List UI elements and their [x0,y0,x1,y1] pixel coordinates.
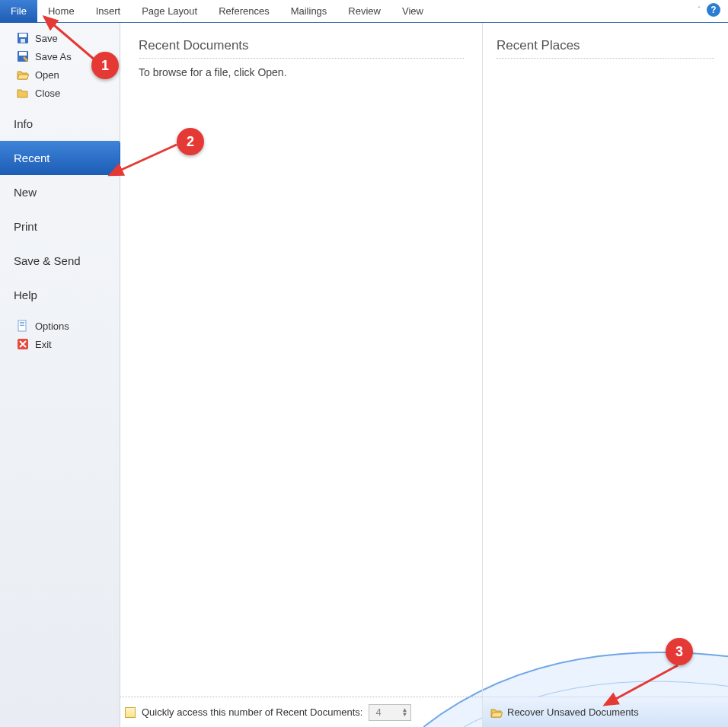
svg-rect-1 [19,33,27,37]
close-file-icon [17,87,29,99]
sidebar-print[interactable]: Print [0,209,120,244]
tab-home[interactable]: Home [37,0,85,23]
sidebar-new[interactable]: New [0,175,120,209]
sidebar-label: Save As [35,51,72,62]
quick-access-spinner[interactable]: 4 ▲▼ [369,704,411,721]
svg-rect-7 [20,324,24,324]
tab-review[interactable]: Review [337,0,391,23]
save-icon [17,32,29,44]
tab-insert[interactable]: Insert [85,0,132,23]
backstage-view: Save Save As Open Close Info [0,23,728,727]
annotation-bubble-2: 2 [177,128,204,155]
save-as-icon [17,50,29,62]
svg-rect-6 [20,322,24,323]
tab-file[interactable]: File [0,0,37,23]
sidebar-label: Options [35,320,69,332]
sidebar-label: Close [35,88,60,99]
svg-rect-4 [19,52,27,56]
recent-documents-heading: Recent Documents [139,38,464,59]
recent-documents-pane: Recent Documents To browse for a file, c… [120,23,483,727]
tab-view[interactable]: View [391,0,434,23]
sidebar-exit[interactable]: Exit [0,335,120,353]
minimize-ribbon-icon[interactable]: ˆ [698,5,701,14]
tab-references[interactable]: References [208,0,279,23]
recent-documents-empty-text: To browse for a file, click Open. [139,66,464,78]
sidebar-save[interactable]: Save [0,29,120,47]
sidebar-close[interactable]: Close [0,84,120,102]
quick-access-footer: Quickly access this number of Recent Doc… [120,697,482,727]
quick-access-label: Quickly access this number of Recent Doc… [142,706,362,718]
sidebar-help[interactable]: Help [0,278,120,312]
sidebar-label: Save [35,33,58,44]
backstage-sidebar: Save Save As Open Close Info [0,23,120,727]
sidebar-label: Open [35,69,59,81]
exit-icon [17,338,29,350]
svg-rect-2 [21,39,25,43]
sidebar-info[interactable]: Info [0,107,120,141]
sidebar-save-send[interactable]: Save & Send [0,244,120,278]
recover-label: Recover Unsaved Documents [507,706,639,718]
sidebar-options[interactable]: Options [0,317,120,335]
sidebar-recent[interactable]: Recent [0,141,120,175]
quick-access-checkbox[interactable] [125,707,136,718]
options-icon [17,320,29,332]
sidebar-label: Exit [35,339,52,350]
ribbon-tabs: File Home Insert Page Layout References … [0,0,728,23]
tab-page-layout[interactable]: Page Layout [131,0,208,23]
recent-places-heading: Recent Places [497,38,714,59]
svg-rect-8 [20,325,24,326]
content-area: Recent Documents To browse for a file, c… [120,23,728,727]
recover-folder-icon [490,706,503,719]
recent-places-pane: Recent Places Recover Unsaved Documents [483,23,728,727]
spinner-arrows-icon[interactable]: ▲▼ [402,708,408,717]
tab-mailings[interactable]: Mailings [280,0,338,23]
help-icon[interactable]: ? [707,3,720,17]
spinner-value: 4 [375,706,381,718]
open-folder-icon [17,69,29,81]
annotation-bubble-3: 3 [666,638,693,665]
annotation-bubble-1: 1 [91,52,119,79]
recover-footer[interactable]: Recover Unsaved Documents [483,697,728,727]
